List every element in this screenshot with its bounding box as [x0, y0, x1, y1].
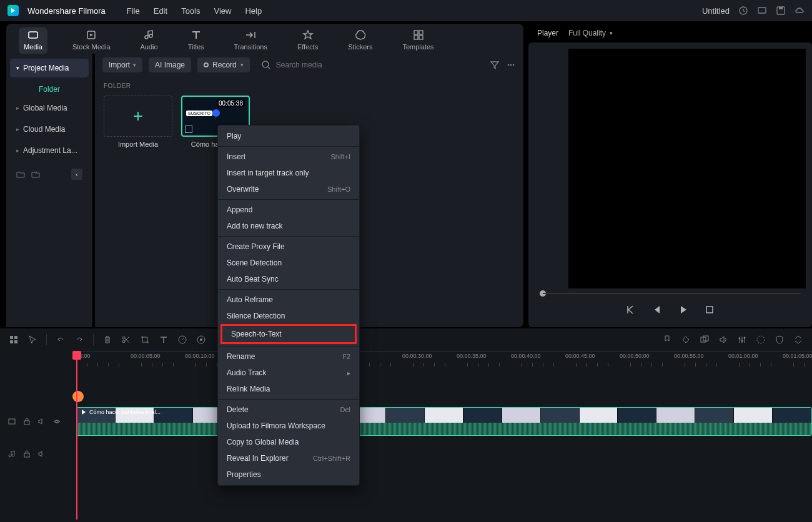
audio-icon[interactable]	[718, 335, 728, 345]
grid-icon[interactable]	[9, 335, 19, 345]
svg-rect-12	[414, 31, 418, 34]
import-button[interactable]: Import▾	[102, 57, 142, 72]
tab-media[interactable]: Media	[19, 27, 47, 54]
delete-icon[interactable]	[102, 335, 112, 345]
context-rename[interactable]: RenameF2	[218, 348, 359, 365]
tab-audio[interactable]: Audio	[136, 27, 163, 54]
keyframe-icon[interactable]	[681, 335, 691, 345]
lock-icon[interactable]	[22, 417, 31, 426]
new-folder-icon[interactable]	[16, 170, 25, 179]
redo-icon[interactable]	[74, 335, 84, 345]
tab-stock-media[interactable]: Stock Media	[67, 27, 116, 54]
context-speech-to-text[interactable]: Speech-to-Text	[220, 324, 357, 344]
context-insert[interactable]: InsertShift+I	[218, 149, 359, 165]
render-icon[interactable]	[756, 335, 766, 345]
svg-point-18	[510, 64, 512, 66]
svg-point-5	[28, 32, 29, 33]
menu-edit[interactable]: Edit	[154, 6, 167, 16]
lock-icon[interactable]	[22, 450, 31, 458]
menu-help[interactable]: Help	[245, 6, 262, 16]
menu-view[interactable]: View	[214, 6, 231, 16]
context-overwrite[interactable]: OverwriteShift+O	[218, 181, 359, 197]
mute-icon[interactable]	[37, 450, 46, 458]
ruler-tick: 00:01:05:00	[783, 353, 812, 359]
main-menu: File Edit Tools View Help	[127, 6, 262, 16]
svg-point-35	[757, 336, 765, 343]
ruler-tick: 00:00:35:00	[457, 353, 487, 359]
sidebar-global-media[interactable]: ▸Global Media	[10, 99, 89, 117]
tab-transitions[interactable]: Transitions	[229, 27, 272, 54]
context-scene-detection[interactable]: Scene Detection	[218, 255, 359, 271]
cloud-icon[interactable]	[795, 6, 805, 16]
visibility-icon[interactable]	[52, 417, 61, 426]
sidebar-project-media[interactable]: ▾Project Media	[10, 59, 89, 77]
context-menu: PlayInsertShift+IInsert in target track …	[217, 125, 360, 486]
playhead[interactable]	[76, 351, 77, 520]
play-button[interactable]	[678, 304, 689, 315]
marker-icon[interactable]	[662, 335, 672, 345]
import-media-tile[interactable]: + Import Media	[104, 96, 172, 148]
svg-point-38	[56, 420, 58, 423]
play-backward-button[interactable]	[651, 304, 663, 315]
context-add-to-new-track[interactable]: Add to new track	[218, 218, 359, 234]
context-insert-in-target-track-only[interactable]: Insert in target track only	[218, 165, 359, 181]
menu-tools[interactable]: Tools	[181, 6, 200, 16]
quality-selector[interactable]: Full Quality▾	[568, 29, 613, 37]
timeline-marker[interactable]	[72, 391, 84, 402]
context-auto-beat-sync[interactable]: Auto Beat Sync	[218, 271, 359, 287]
player-panel: Player Full Quality▾	[528, 24, 812, 327]
context-delete[interactable]: DeleteDel	[218, 401, 359, 418]
timeline-ruler[interactable]: 00:0000:00:05:0000:00:10:0000000:00:30:0…	[76, 351, 812, 370]
context-properties[interactable]: Properties	[218, 466, 359, 483]
history-icon[interactable]	[738, 6, 748, 16]
filter-icon[interactable]	[490, 60, 500, 70]
scrub-bar[interactable]	[535, 288, 806, 298]
context-copy-to-global-media[interactable]: Copy to Global Media	[218, 434, 359, 450]
context-reveal-in-explorer[interactable]: Reveal In ExplorerCtrl+Shift+R	[218, 450, 359, 466]
mute-icon[interactable]	[37, 417, 46, 426]
context-silence-detection[interactable]: Silence Detection	[218, 308, 359, 324]
sidebar-folder[interactable]: Folder	[10, 80, 89, 99]
display-icon[interactable]	[757, 6, 767, 16]
context-upload-to-filmora-workspace[interactable]: Upload to Filmora Workspace	[218, 418, 359, 434]
more-icon[interactable]	[506, 60, 516, 70]
sidebar-adjustment-layer[interactable]: ▸Adjustment La...	[10, 141, 89, 160]
shield-icon[interactable]	[775, 335, 785, 345]
crop-icon[interactable]	[140, 335, 150, 345]
save-icon[interactable]	[776, 6, 786, 16]
context-audio-track[interactable]: Audio Track▸	[218, 365, 359, 381]
context-append[interactable]: Append	[218, 202, 359, 218]
audio-track-icon	[7, 450, 16, 458]
collapse-sidebar-button[interactable]: ‹	[71, 169, 82, 180]
new-bin-icon[interactable]	[31, 170, 40, 179]
tab-stickers[interactable]: Stickers	[343, 27, 377, 54]
video-track-icon	[7, 417, 16, 426]
group-icon[interactable]	[700, 335, 710, 345]
context-create-proxy-file[interactable]: Create Proxy File	[218, 239, 359, 255]
speed-icon[interactable]	[177, 335, 187, 345]
tab-effects[interactable]: Effects	[292, 27, 323, 54]
context-play[interactable]: Play	[218, 128, 359, 144]
mixer-icon[interactable]	[737, 335, 747, 345]
color-icon[interactable]	[196, 335, 206, 345]
expand-icon[interactable]	[793, 335, 803, 345]
ai-image-button[interactable]: AI Image	[149, 57, 191, 72]
menu-file[interactable]: File	[127, 6, 140, 16]
undo-icon[interactable]	[56, 335, 66, 345]
stop-button[interactable]	[704, 304, 715, 315]
cursor-icon[interactable]	[27, 335, 37, 345]
split-icon[interactable]	[121, 335, 131, 345]
ruler-tick: 00:00:50:00	[620, 353, 650, 359]
sidebar-cloud-media[interactable]: ▸Cloud Media	[10, 120, 89, 139]
video-clip[interactable]: Cómo hacer pantallas final...	[76, 407, 812, 436]
context-relink-media[interactable]: Relink Media	[218, 381, 359, 397]
record-button[interactable]: Record▾	[197, 57, 250, 72]
video-preview[interactable]	[568, 49, 806, 288]
text-icon[interactable]	[159, 335, 169, 345]
context-auto-reframe[interactable]: Auto Reframe	[218, 292, 359, 308]
tab-templates[interactable]: Templates	[397, 27, 438, 54]
tab-titles[interactable]: Titles	[183, 27, 209, 54]
search-input[interactable]	[276, 61, 389, 69]
svg-point-8	[37, 32, 38, 33]
prev-frame-button[interactable]	[625, 304, 636, 315]
